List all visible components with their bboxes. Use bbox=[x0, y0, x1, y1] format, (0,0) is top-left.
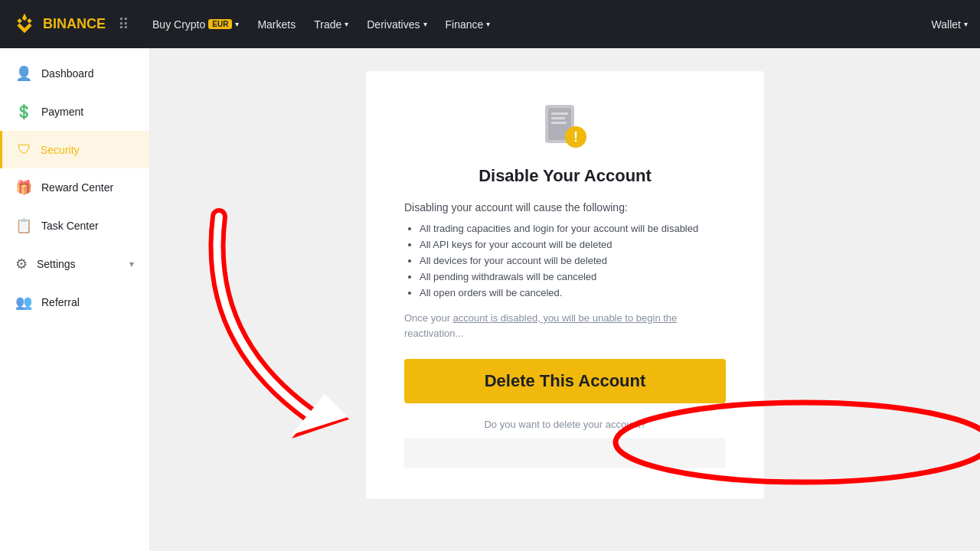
list-item: All devices for your account will be del… bbox=[420, 255, 726, 266]
list-item: All pending withdrawals will be canceled bbox=[420, 271, 726, 282]
sidebar-item-task-center[interactable]: 📋 Task Center bbox=[0, 207, 149, 245]
main-layout: 👤 Dashboard 💲 Payment 🛡 Security 🎁 Rewar… bbox=[0, 48, 980, 551]
user-icon: 👤 bbox=[15, 65, 32, 82]
nav-derivatives[interactable]: Derivatives ▾ bbox=[359, 12, 434, 37]
sidebar-item-settings[interactable]: ⚙ Settings ▾ bbox=[0, 245, 149, 283]
sidebar-item-reward-center[interactable]: 🎁 Reward Center bbox=[0, 168, 149, 207]
sidebar-item-referral[interactable]: 👥 Referral bbox=[0, 283, 149, 321]
list-item: All API keys for your account will be de… bbox=[420, 239, 726, 250]
main-content: ! Disable Your Account Disabling your ac… bbox=[150, 48, 980, 551]
chevron-down-icon: ▾ bbox=[423, 20, 427, 28]
topnav-right: Wallet ▾ bbox=[932, 18, 968, 31]
svg-marker-1 bbox=[17, 18, 21, 23]
sidebar-item-security[interactable]: 🛡 Security bbox=[0, 131, 149, 168]
nav-finance[interactable]: Finance ▾ bbox=[438, 12, 498, 37]
modal-note: Once your account is disabled, you will … bbox=[404, 311, 726, 341]
grid-icon[interactable]: ⠿ bbox=[118, 15, 129, 34]
task-icon: 📋 bbox=[15, 217, 32, 234]
modal-title: Disable Your Account bbox=[404, 166, 726, 186]
wallet-button[interactable]: Wallet ▾ bbox=[932, 18, 968, 31]
logo[interactable]: BINANCE bbox=[12, 12, 106, 37]
sidebar: 👤 Dashboard 💲 Payment 🛡 Security 🎁 Rewar… bbox=[0, 48, 150, 551]
svg-rect-8 bbox=[551, 112, 568, 115]
list-item: All open orders will be canceled. bbox=[420, 287, 726, 298]
nav-markets[interactable]: Markets bbox=[250, 12, 303, 37]
eur-badge: EUR bbox=[208, 19, 232, 29]
chevron-down-icon: ▾ bbox=[964, 20, 968, 28]
modal-icon-area: ! bbox=[404, 102, 726, 151]
svg-marker-3 bbox=[17, 23, 31, 33]
chevron-right-icon: ▾ bbox=[129, 259, 134, 269]
chevron-down-icon: ▾ bbox=[345, 20, 348, 28]
svg-rect-9 bbox=[551, 117, 565, 119]
modal-question: Do you want to delete your account? bbox=[404, 419, 726, 430]
sidebar-item-payment[interactable]: 💲 Payment bbox=[0, 93, 149, 131]
referral-icon: 👥 bbox=[15, 294, 32, 311]
top-navigation: BINANCE ⠿ Buy Crypto EUR ▾ Markets Trade… bbox=[0, 0, 980, 48]
payment-icon: 💲 bbox=[15, 103, 32, 120]
list-item: All trading capacities and login for you… bbox=[420, 223, 726, 234]
chevron-down-icon: ▾ bbox=[486, 20, 490, 28]
chevron-down-icon: ▾ bbox=[235, 20, 239, 28]
svg-marker-4 bbox=[292, 396, 349, 439]
modal-subtitle: Disabling your account will cause the fo… bbox=[404, 201, 726, 214]
account-icon-wrap: ! bbox=[541, 102, 590, 151]
disable-account-modal: ! Disable Your Account Disabling your ac… bbox=[366, 71, 764, 499]
svg-marker-0 bbox=[22, 13, 27, 21]
svg-text:!: ! bbox=[573, 129, 578, 145]
disable-account-icon: ! bbox=[541, 102, 590, 151]
settings-icon: ⚙ bbox=[15, 256, 28, 272]
logo-text: BINANCE bbox=[43, 16, 106, 32]
modal-input-field[interactable] bbox=[404, 438, 726, 468]
svg-marker-2 bbox=[27, 18, 31, 23]
delete-account-button[interactable]: Delete This Account bbox=[404, 359, 726, 403]
nav-buy-crypto[interactable]: Buy Crypto EUR ▾ bbox=[145, 12, 247, 37]
svg-marker-5 bbox=[292, 394, 348, 435]
modal-consequences-list: All trading capacities and login for you… bbox=[404, 223, 726, 298]
nav-trade[interactable]: Trade ▾ bbox=[306, 12, 356, 37]
reward-icon: 🎁 bbox=[15, 179, 32, 196]
nav-items: Buy Crypto EUR ▾ Markets Trade ▾ Derivat… bbox=[145, 12, 926, 37]
svg-rect-10 bbox=[551, 122, 567, 124]
shield-icon: 🛡 bbox=[18, 142, 31, 158]
sidebar-item-dashboard[interactable]: 👤 Dashboard bbox=[0, 54, 149, 93]
